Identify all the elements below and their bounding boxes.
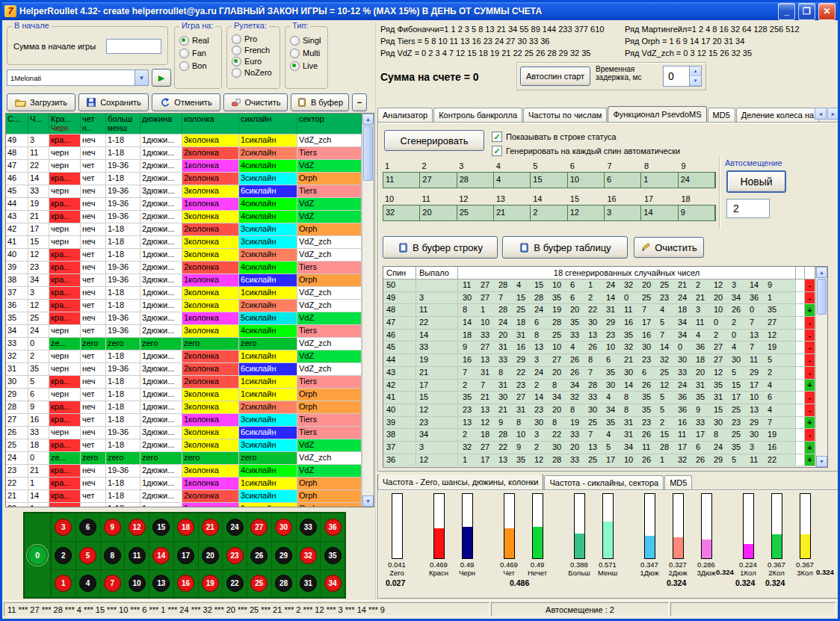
board-cell-3[interactable]: 3 xyxy=(51,513,75,541)
board-cell-32[interactable]: 32 xyxy=(296,541,321,569)
tab-scroll-left-icon[interactable]: ◄ xyxy=(815,108,827,120)
generated-row[interactable]: 47221410241862835302916175341102727- xyxy=(383,317,815,330)
tab-2[interactable]: Контроль банкролла xyxy=(433,108,522,122)
delay-spinner[interactable]: 0 ▲ ▼ xyxy=(663,66,702,87)
scroll-down-icon[interactable]: ▼ xyxy=(362,495,374,507)
panel-clear-button[interactable]: Очистить xyxy=(634,237,704,258)
freq-tab-3[interactable]: MD5 xyxy=(664,475,692,489)
radio-real[interactable]: Real xyxy=(179,35,221,46)
generated-row[interactable]: 42172731232834283014261224313515174+ xyxy=(383,380,815,392)
generated-row[interactable]: 39231312983081925353123216333023297+ xyxy=(383,417,815,430)
generated-row[interactable]: 46141833203182533132335167344201312- xyxy=(383,330,815,342)
history-col-header[interactable]: большменш xyxy=(106,114,140,134)
history-row[interactable]: 221кра...неч1-181дюжи...1колонка1сиклайн… xyxy=(6,478,362,490)
board-cell-36[interactable]: 36 xyxy=(320,513,345,541)
new-button[interactable]: Новый xyxy=(726,170,786,193)
show-status-checkbox[interactable]: ✓ Показывать в строке статуса xyxy=(492,132,617,142)
history-row[interactable]: 4217черннеч1-182дюжи...2колонка3сиклайнO… xyxy=(6,223,362,236)
scroll-up-icon[interactable]: ▲ xyxy=(816,267,827,278)
spinner-up-icon[interactable]: ▲ xyxy=(690,67,701,76)
history-col-header[interactable]: четн... xyxy=(81,114,106,134)
history-col-header[interactable]: сектор xyxy=(297,114,362,134)
board-cell-11[interactable]: 11 xyxy=(124,541,149,569)
history-row[interactable]: 3923кра...неч19-362дюжи...2колонка4сикла… xyxy=(6,262,362,274)
board-cell-24[interactable]: 24 xyxy=(222,513,247,541)
generated-row[interactable]: 4811812825241920223111741831026035+ xyxy=(383,304,815,317)
board-cell-27[interactable]: 27 xyxy=(247,513,271,541)
history-row[interactable]: 4012кра...чет1-181дюжи...3колонка2сиклай… xyxy=(6,249,362,262)
generated-row[interactable]: 4933027715283562140252324212034361- xyxy=(383,292,815,305)
radio-pro[interactable]: Pro xyxy=(232,34,280,44)
history-row[interactable]: 4811черннеч1-181дюжи...2колонка2сиклайнT… xyxy=(6,147,362,160)
profile-select[interactable]: 1Melonati ▼ xyxy=(7,69,149,86)
save-button[interactable]: Сохранить xyxy=(78,93,149,111)
radio-euro[interactable]: Euro xyxy=(232,56,280,67)
history-col-header[interactable]: Ч... xyxy=(28,114,49,134)
history-row[interactable]: 2716кра...чет1-182дюжи...1колонка3сиклай… xyxy=(6,414,362,427)
history-row[interactable]: 3135черннеч19-363дюжи...2колонка6сиклайн… xyxy=(6,363,362,376)
history-col-header[interactable]: Кра...Черн xyxy=(49,114,81,134)
history-row[interactable]: 4614кра...чет1-182дюжи...2колонка3сиклай… xyxy=(6,173,362,185)
board-cell-21[interactable]: 21 xyxy=(198,513,223,541)
history-row[interactable]: 4115черннеч1-182дюжи...3колонка3сиклайнV… xyxy=(6,236,362,249)
board-cell-25[interactable]: 25 xyxy=(247,569,271,597)
copy-row-button[interactable]: В буфер строку xyxy=(383,236,498,259)
board-cell-5[interactable]: 5 xyxy=(75,541,100,569)
board-cell-19[interactable]: 19 xyxy=(198,569,223,597)
tab-1[interactable]: Анализатор xyxy=(377,108,433,122)
tab-scroll-right-icon[interactable]: ► xyxy=(827,108,839,120)
history-row[interactable]: 296чернчет1-181дюжи...3колонка1сиклайнOr… xyxy=(6,389,362,401)
board-cell-7[interactable]: 7 xyxy=(100,569,125,597)
board-cell-34[interactable]: 34 xyxy=(320,569,345,597)
board-cell-20[interactable]: 20 xyxy=(198,541,223,569)
history-row[interactable]: 330ze...zerozerozerozerozeroVdZ_zch xyxy=(6,338,362,350)
tab-5[interactable]: MD5 xyxy=(708,108,735,122)
history-scrollbar[interactable]: ▲ ▼ xyxy=(362,114,374,507)
board-cell-30[interactable]: 30 xyxy=(271,513,296,541)
start-sum-input[interactable] xyxy=(106,39,161,54)
history-row[interactable]: 201кра...неч1-181дюжи...1колонка1сиклайн… xyxy=(6,503,362,507)
generated-row[interactable]: 38342182810322337431261511178253019- xyxy=(383,429,815,442)
title-bar[interactable]: 7 HelperRoullet 4.32- create helperroull… xyxy=(2,2,838,20)
collapse-button[interactable]: − xyxy=(352,93,367,111)
radio-live[interactable]: Live xyxy=(290,61,327,71)
generated-row[interactable]: 411535213027143432334835536353117106- xyxy=(383,392,815,404)
tab-4[interactable]: Функционал PsevdoMS xyxy=(608,106,706,122)
zero-number[interactable]: 0 xyxy=(28,546,46,564)
autoshift-input[interactable] xyxy=(726,199,770,218)
radio-fan[interactable]: Fan xyxy=(179,48,221,58)
history-row[interactable]: 4321кра...неч19-362дюжи...3колонка4сикла… xyxy=(6,211,362,223)
load-button[interactable]: Загрузить xyxy=(7,93,75,111)
board-cell-2[interactable]: 2 xyxy=(51,541,75,569)
radio-french[interactable]: French xyxy=(232,45,280,55)
scroll-down-icon[interactable]: ▼ xyxy=(816,456,827,467)
close-button[interactable]: ✕ xyxy=(818,3,836,20)
board-cell-8[interactable]: 8 xyxy=(100,541,125,569)
board-cell-12[interactable]: 12 xyxy=(124,513,149,541)
board-cell-16[interactable]: 16 xyxy=(173,569,198,597)
board-cell-26[interactable]: 26 xyxy=(247,541,271,569)
board-cell-17[interactable]: 17 xyxy=(173,541,198,569)
scroll-up-icon[interactable]: ▲ xyxy=(362,114,374,125)
board-cell-31[interactable]: 31 xyxy=(296,569,321,597)
radio-bon[interactable]: Bon xyxy=(179,61,221,71)
board-cell-14[interactable]: 14 xyxy=(149,541,173,569)
board-cell-10[interactable]: 10 xyxy=(124,569,149,597)
history-row[interactable]: 4533черннеч19-363дюжи...3колонка6сиклайн… xyxy=(6,185,362,198)
tab-6[interactable]: Деление колеса на xyxy=(736,108,819,122)
history-row[interactable]: 3525кра...неч19-363дюжи...1колонка5сикла… xyxy=(6,312,362,325)
board-cell-33[interactable]: 33 xyxy=(296,513,321,541)
board-cell-6[interactable]: 6 xyxy=(75,513,100,541)
generated-row[interactable]: 4321731822242026735306253320125292- xyxy=(383,367,815,380)
board-cell-1[interactable]: 1 xyxy=(51,569,75,597)
board-cell-23[interactable]: 23 xyxy=(222,541,247,569)
board-cell-28[interactable]: 28 xyxy=(271,569,296,597)
board-cell-15[interactable]: 15 xyxy=(149,513,173,541)
chevron-down-icon[interactable]: ▼ xyxy=(135,70,148,85)
maximize-button[interactable]: ❐ xyxy=(798,3,815,20)
history-row[interactable]: 289кра...неч1-181дюжи...3колонка2сиклайн… xyxy=(6,401,362,414)
board-cell-18[interactable]: 18 xyxy=(173,513,198,541)
history-row[interactable]: 2321кра...неч19-362дюжи...3колонка4сикла… xyxy=(6,465,362,478)
history-col-header[interactable]: сиклайн xyxy=(239,114,297,134)
board-cell-4[interactable]: 4 xyxy=(75,569,100,597)
